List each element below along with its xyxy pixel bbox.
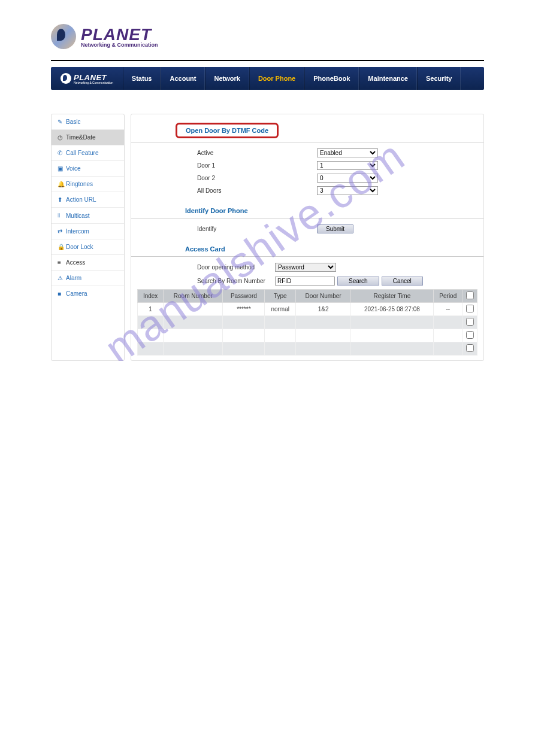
- nav-phonebook[interactable]: PhoneBook: [304, 67, 359, 90]
- nav-logo: PLANET Networking & Communication: [51, 73, 123, 84]
- cell-period: [433, 316, 463, 329]
- table-row: [138, 342, 477, 356]
- cell-index: 1: [138, 303, 164, 316]
- cell-room: [164, 316, 223, 329]
- submit-button[interactable]: Submit: [317, 224, 353, 233]
- method-select[interactable]: Password: [275, 263, 336, 272]
- access-section-header: Access Card: [131, 242, 483, 257]
- active-label: Active: [197, 150, 317, 156]
- access-table: Index Room Number Password Type Door Num…: [137, 289, 477, 356]
- divider: [51, 60, 484, 61]
- cell-room: [164, 342, 223, 356]
- cell-door: [296, 329, 351, 342]
- main-panel: Open Door By DTMF Code Active Enabled Do…: [131, 114, 484, 361]
- multicast-icon: ⫴: [58, 212, 64, 219]
- nav-door-phone[interactable]: Door Phone: [249, 67, 304, 90]
- col-type: Type: [265, 290, 296, 303]
- pencil-icon: ✎: [58, 119, 64, 125]
- door1-select[interactable]: 1: [317, 161, 378, 170]
- cell-time: [351, 329, 433, 342]
- nav-status[interactable]: Status: [123, 67, 161, 90]
- cell-type: normal: [265, 303, 296, 316]
- sidebar-voice[interactable]: ▣Voice: [52, 161, 124, 177]
- nav-account[interactable]: Account: [161, 67, 205, 90]
- sidebar-multicast[interactable]: ⫴Multicast: [52, 208, 124, 224]
- sidebar-item-label: Camera: [66, 290, 87, 297]
- sidebar-door-lock[interactable]: 🔒Door Lock: [52, 239, 124, 255]
- sidebar-camera[interactable]: ■Camera: [52, 286, 124, 301]
- sidebar-intercom[interactable]: ⇄Intercom: [52, 224, 124, 239]
- sidebar-item-label: Alarm: [66, 275, 81, 281]
- cancel-button[interactable]: Cancel: [382, 277, 423, 286]
- col-room: Room Number: [164, 290, 223, 303]
- select-all-checkbox[interactable]: [466, 292, 474, 299]
- sidebar-item-label: Intercom: [66, 228, 89, 235]
- col-index: Index: [138, 290, 164, 303]
- door2-label: Door 2: [197, 175, 317, 181]
- top-nav: PLANET Networking & Communication Status…: [51, 67, 484, 90]
- all-doors-select[interactable]: 3: [317, 186, 378, 195]
- door2-select[interactable]: 0: [317, 174, 378, 183]
- sidebar-item-label: Action URL: [66, 196, 96, 203]
- cell-period: [433, 329, 463, 342]
- dtmf-section-header: Open Door By DTMF Code: [131, 119, 483, 142]
- table-row: 1******normal1&22021-06-25 08:27:08--: [138, 303, 477, 316]
- brand-tagline: Networking & Communication: [81, 42, 158, 48]
- cell-door: 1&2: [296, 303, 351, 316]
- phone-icon: ✆: [58, 150, 64, 156]
- row-checkbox[interactable]: [466, 331, 474, 339]
- row-checkbox[interactable]: [466, 344, 474, 352]
- list-icon: ≡: [58, 259, 64, 266]
- sidebar-call-feature[interactable]: ✆Call Feature: [52, 145, 124, 161]
- search-input[interactable]: [275, 277, 335, 286]
- lock-icon: 🔒: [58, 244, 64, 250]
- sidebar-item-label: Voice: [66, 165, 80, 172]
- cell-type: [265, 329, 296, 342]
- cell-door: [296, 342, 351, 356]
- bell-icon: 🔔: [58, 181, 64, 187]
- sidebar-item-label: Ringtones: [66, 181, 93, 187]
- search-label: Search By Room Number: [197, 278, 275, 284]
- cell-period: [433, 342, 463, 356]
- brand-logo-icon: [51, 24, 76, 49]
- door1-label: Door 1: [197, 162, 317, 169]
- cell-door: [296, 316, 351, 329]
- nav-network[interactable]: Network: [205, 67, 249, 90]
- sidebar-item-label: Time&Date: [66, 134, 96, 141]
- cell-index: [138, 342, 164, 356]
- dtmf-title-highlight: Open Door By DTMF Code: [176, 123, 279, 138]
- cell-password: [223, 329, 265, 342]
- intercom-icon: ⇄: [58, 228, 64, 235]
- cell-password: [223, 316, 265, 329]
- cell-password: [223, 342, 265, 356]
- sidebar-item-label: Door Lock: [66, 244, 93, 250]
- row-checkbox[interactable]: [466, 305, 474, 312]
- col-password: Password: [223, 290, 265, 303]
- sidebar-access[interactable]: ≡Access: [52, 255, 124, 271]
- nav-security[interactable]: Security: [417, 67, 461, 90]
- cell-room: [164, 329, 223, 342]
- cell-time: [351, 342, 433, 356]
- voice-icon: ▣: [58, 165, 64, 172]
- nav-maintenance[interactable]: Maintenance: [359, 67, 417, 90]
- sidebar-ringtones[interactable]: 🔔Ringtones: [52, 177, 124, 192]
- sidebar-action-url[interactable]: ⬆Action URL: [52, 192, 124, 208]
- cell-room: [164, 303, 223, 316]
- active-select[interactable]: Enabled: [317, 148, 378, 157]
- row-checkbox[interactable]: [466, 318, 474, 326]
- identify-label: Identify: [197, 226, 317, 232]
- sidebar-time-date[interactable]: ◷Time&Date: [52, 130, 124, 145]
- search-button[interactable]: Search: [337, 277, 379, 286]
- sidebar-item-label: Call Feature: [66, 150, 98, 156]
- cell-type: [265, 342, 296, 356]
- all-doors-label: All Doors: [197, 187, 317, 194]
- method-label: Door opening method: [197, 264, 275, 271]
- cell-password: ******: [223, 303, 265, 316]
- cell-index: [138, 316, 164, 329]
- brand-header: PLANET Networking & Communication: [51, 24, 484, 49]
- nav-logo-sub: Networking & Communication: [74, 81, 113, 84]
- sidebar-basic[interactable]: ✎Basic: [52, 114, 124, 130]
- sidebar-alarm[interactable]: ⚠Alarm: [52, 271, 124, 286]
- table-row: [138, 329, 477, 342]
- cell-time: [351, 316, 433, 329]
